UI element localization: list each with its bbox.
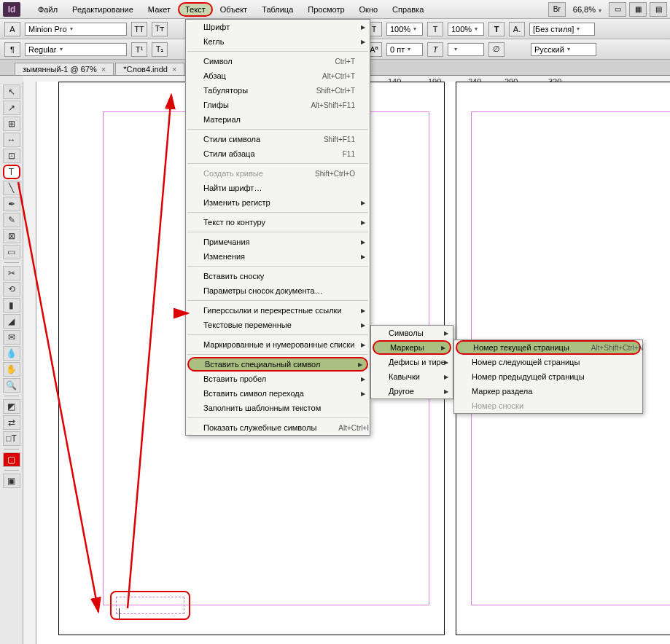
tab-doc1[interactable]: зымянный-1 @ 67%× bbox=[15, 63, 114, 75]
gradient-tool-icon[interactable]: ▮ bbox=[3, 298, 20, 313]
fill-stroke-icon[interactable]: ◩ bbox=[3, 399, 20, 414]
pen-tool-icon[interactable]: ✒ bbox=[3, 197, 20, 211]
submenu-item[interactable]: Номер текущей страницыAlt+Shift+Ctrl+N bbox=[456, 340, 641, 355]
menu-window[interactable]: Окно bbox=[352, 2, 386, 17]
selection-tool-icon[interactable]: ↖ bbox=[3, 85, 20, 99]
menu-edit[interactable]: Редактирование bbox=[65, 2, 141, 17]
menu-item[interactable]: Текстовые переменные▶ bbox=[186, 318, 370, 332]
apply-color-icon[interactable]: □T bbox=[3, 431, 20, 446]
submenu-item[interactable]: Другое▶ bbox=[371, 384, 453, 398]
menu-item[interactable]: Найти шрифт… bbox=[186, 181, 370, 195]
font-style-input[interactable]: Regular bbox=[25, 43, 127, 56]
screen-mode-icon[interactable]: ▭ bbox=[609, 2, 626, 17]
menu-item[interactable]: Стили символаShift+F11 bbox=[186, 132, 370, 146]
menu-table[interactable]: Таблица bbox=[254, 2, 300, 17]
submenu-item[interactable]: Дефисы и тире▶ bbox=[371, 355, 453, 369]
menu-item[interactable]: ТабуляторыShift+Ctrl+T bbox=[186, 83, 370, 98]
menu-help[interactable]: Справка bbox=[385, 2, 431, 17]
toolbox: ↖ ↗ ⊞ ↔ ⊡ T ╲ ✒ ✎ ⊠ ▭ ✂ ⟲ ▮ ◢ ✉ 💧 ✋ 🔍 ◩ … bbox=[0, 82, 23, 644]
menu-text[interactable]: Текст bbox=[178, 2, 213, 17]
workspace-icon[interactable]: ▤ bbox=[650, 2, 667, 17]
menu-item[interactable]: Вставить специальный символ▶ bbox=[187, 357, 368, 372]
skew-icon: T bbox=[427, 42, 443, 57]
eyedrop-tool-icon[interactable]: 💧 bbox=[3, 346, 20, 361]
close-icon[interactable]: × bbox=[101, 65, 106, 74]
scissors-tool-icon[interactable]: ✂ bbox=[3, 266, 20, 280]
type-tool-icon[interactable]: T bbox=[3, 165, 20, 179]
frame-tool-icon[interactable]: ⊠ bbox=[3, 229, 20, 243]
para-format-icon[interactable]: ¶ bbox=[4, 42, 20, 57]
menu-item[interactable]: Изменить регистр▶ bbox=[186, 195, 370, 210]
menu-item[interactable]: Гиперссылки и перекрестные ссылки▶ bbox=[186, 303, 370, 318]
tt-icon[interactable]: TT bbox=[131, 22, 147, 36]
ruler-vertical[interactable] bbox=[23, 82, 36, 644]
close-icon[interactable]: × bbox=[172, 65, 176, 74]
bridge-icon[interactable]: Br bbox=[548, 2, 566, 17]
super-icon[interactable]: T¹ bbox=[131, 42, 147, 57]
language-input[interactable]: Русский bbox=[531, 43, 596, 56]
submenu-markers: Номер текущей страницыAlt+Shift+Ctrl+NНо… bbox=[453, 339, 643, 414]
gap-tool-icon[interactable]: ↔ bbox=[3, 133, 20, 147]
submenu-item[interactable]: Номер следующей страницы bbox=[454, 355, 642, 369]
menu-item[interactable]: Стили абзацаF11 bbox=[186, 146, 370, 161]
charstyle-a-icon[interactable]: A. bbox=[509, 22, 525, 36]
menu-item[interactable]: Текст по контуру▶ bbox=[186, 215, 370, 229]
menu-file[interactable]: Файл bbox=[31, 2, 65, 17]
submenu-item[interactable]: Маркер раздела bbox=[454, 384, 642, 398]
note-tool-icon[interactable]: ✉ bbox=[3, 330, 20, 345]
menu-view[interactable]: Просмотр bbox=[300, 2, 351, 17]
baseline-input[interactable]: 0 пт bbox=[386, 43, 423, 56]
menu-item[interactable]: Заполнить шаблонным текстом bbox=[186, 401, 370, 415]
gradient-feather-icon[interactable]: ◢ bbox=[3, 314, 20, 329]
view-mode-icon[interactable]: ▣ bbox=[3, 474, 20, 488]
menu-item[interactable]: Примечания▶ bbox=[186, 235, 370, 249]
transform-tool-icon[interactable]: ⟲ bbox=[3, 282, 20, 297]
menu-object[interactable]: Объект bbox=[213, 2, 254, 17]
menu-item[interactable]: АбзацAlt+Ctrl+T bbox=[186, 68, 370, 83]
menu-item[interactable]: Вставить сноску bbox=[186, 269, 370, 283]
font-family-input[interactable]: Minion Pro bbox=[25, 23, 127, 36]
rect-tool-icon[interactable]: ▭ bbox=[3, 245, 20, 259]
menu-item[interactable]: Изменения▶ bbox=[186, 249, 370, 264]
submenu-item[interactable]: Номер предыдущей страницы bbox=[454, 369, 642, 384]
arrange-icon[interactable]: ▦ bbox=[629, 2, 647, 17]
submenu-item[interactable]: Маркеры▶ bbox=[373, 340, 451, 355]
scale-h-input[interactable]: 100% bbox=[386, 23, 423, 36]
menu-item[interactable]: Вставить пробел▶ bbox=[186, 372, 370, 386]
menu-item[interactable]: Шрифт▶ bbox=[186, 20, 370, 34]
page-tool-icon[interactable]: ⊞ bbox=[3, 117, 20, 131]
skew-input[interactable] bbox=[448, 43, 484, 56]
char-style-input[interactable]: [Без стиля] bbox=[529, 23, 595, 36]
sub-icon[interactable]: T₁ bbox=[152, 42, 168, 57]
menu-item[interactable]: Материал bbox=[186, 112, 370, 127]
menu-item[interactable]: Параметры сносок документа… bbox=[186, 283, 370, 298]
content-tool-icon[interactable]: ⊡ bbox=[3, 149, 20, 163]
submenu-item[interactable]: Кавычки▶ bbox=[371, 369, 453, 384]
swap-fill-icon[interactable]: ⇄ bbox=[3, 415, 20, 430]
smallcaps-icon[interactable]: Tᴛ bbox=[152, 22, 168, 36]
text-frame[interactable] bbox=[110, 591, 190, 620]
menu-item[interactable]: СимволCtrl+T bbox=[186, 54, 370, 68]
menubar: Id Файл Редактирование Макет Текст Объек… bbox=[0, 0, 670, 19]
submenu-item: Номер сноски bbox=[454, 398, 642, 413]
pencil-tool-icon[interactable]: ✎ bbox=[3, 213, 20, 227]
char-format-icon[interactable]: A bbox=[4, 22, 20, 36]
menu-item[interactable]: Показать служебные символыAlt+Ctrl+I bbox=[186, 420, 370, 435]
submenu-item[interactable]: Символы▶ bbox=[371, 326, 453, 340]
tab-doc2[interactable]: *Слов4.indd× bbox=[115, 63, 184, 75]
default-fill-icon[interactable]: ▢ bbox=[3, 452, 20, 467]
scale-v-input[interactable]: 100% bbox=[448, 23, 484, 36]
strike-icon[interactable]: ∅ bbox=[488, 42, 505, 57]
app-logo-icon: Id bbox=[3, 2, 20, 17]
zoom-tool-icon[interactable]: 🔍 bbox=[3, 378, 20, 393]
hand-tool-icon[interactable]: ✋ bbox=[3, 362, 20, 377]
menu-layout[interactable]: Макет bbox=[141, 2, 178, 17]
zoom-level[interactable]: 66,8% bbox=[569, 5, 606, 14]
menu-item[interactable]: ГлифыAlt+Shift+F11 bbox=[186, 98, 370, 112]
menu-item[interactable]: Маркированные и нумерованные списки▶ bbox=[186, 337, 370, 352]
menu-item[interactable]: Кегль▶ bbox=[186, 34, 370, 49]
line-tool-icon[interactable]: ╲ bbox=[3, 181, 20, 195]
menu-item[interactable]: Вставить символ перехода▶ bbox=[186, 386, 370, 401]
direct-select-tool-icon[interactable]: ↗ bbox=[3, 101, 20, 115]
bold-icon[interactable]: T bbox=[488, 22, 505, 36]
